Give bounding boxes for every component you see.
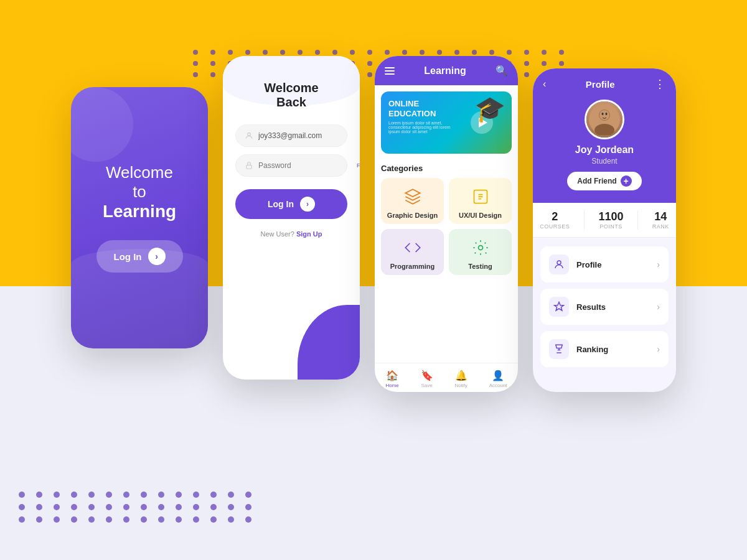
courses-count: 2 xyxy=(552,210,558,223)
category-programming[interactable]: Programming xyxy=(381,229,444,275)
bottom-navigation: 🏠 Home 🔖 Save 🔔 Notify 👤 Account xyxy=(375,363,518,392)
add-friend-button[interactable]: Add Friend + xyxy=(567,172,641,190)
welcome-login-button[interactable]: Log In › xyxy=(96,240,183,273)
password-field-wrapper[interactable]: FORGOT? xyxy=(235,154,347,177)
login-arrow-circle: › xyxy=(300,197,315,212)
profile-menu: Profile › Results › Ranking xyxy=(533,238,676,376)
ranking-menu-icon xyxy=(549,339,569,359)
login-wave-bottom xyxy=(298,305,360,380)
svg-point-10 xyxy=(557,261,561,264)
profile-menu-arrow: › xyxy=(657,259,660,269)
phone-welcome: Welcome to Learning Log In › xyxy=(71,87,208,348)
learning-header: Learning 🔍 xyxy=(375,56,518,85)
welcome-line3: Learning xyxy=(103,202,176,222)
user-icon xyxy=(245,131,253,140)
plus-icon: + xyxy=(621,175,632,187)
menu-item-ranking[interactable]: Ranking › xyxy=(540,331,669,367)
learning-banner: ONLINE EDUCATION Lorem ipsum dolor sit a… xyxy=(381,91,512,154)
nav-notify[interactable]: 🔔 Notify xyxy=(454,370,467,388)
home-label: Home xyxy=(385,383,398,388)
testing-icon xyxy=(469,236,492,259)
new-user-text: New User? Sign Up xyxy=(260,230,322,238)
login-submit-button[interactable]: Log In › xyxy=(235,189,347,219)
testing-label: Testing xyxy=(468,263,492,270)
banner-online: ONLINE xyxy=(388,99,451,109)
svg-point-0 xyxy=(248,133,251,136)
svg-rect-1 xyxy=(247,165,251,169)
login-button-label: Log In xyxy=(268,199,294,209)
category-uxui-design[interactable]: UX/UI Design xyxy=(449,178,512,224)
phone-profile: ‹ Profile ⋮ Joy Jordean xyxy=(533,68,676,392)
learning-title: Learning xyxy=(424,65,466,77)
notify-icon: 🔔 xyxy=(455,370,467,381)
rank-label: RANK xyxy=(652,223,669,230)
stat-rank: 14 RANK xyxy=(652,210,669,230)
save-icon: 🔖 xyxy=(421,370,433,381)
back-button[interactable]: ‹ xyxy=(543,78,546,90)
courses-label: COURSES xyxy=(540,223,570,230)
home-icon: 🏠 xyxy=(386,370,398,381)
categories-title: Categories xyxy=(381,164,512,173)
nav-home[interactable]: 🏠 Home xyxy=(385,370,398,388)
welcome-back-title: Welcome Back xyxy=(264,81,318,110)
search-icon[interactable]: 🔍 xyxy=(496,65,508,77)
results-menu-icon xyxy=(549,297,569,317)
banner-education: EDUCATION xyxy=(388,109,451,118)
svg-point-8 xyxy=(602,113,604,115)
menu-item-results[interactable]: Results › xyxy=(540,289,669,325)
notify-label: Notify xyxy=(454,383,467,388)
more-options-button[interactable]: ⋮ xyxy=(654,77,666,91)
add-friend-label: Add Friend xyxy=(577,177,616,185)
nav-save[interactable]: 🔖 Save xyxy=(421,370,433,388)
forgot-link[interactable]: FORGOT? xyxy=(357,162,360,169)
welcome-text-block: Welcome to Learning xyxy=(103,163,176,222)
categories-grid: Graphic Design UX/UI Design xyxy=(381,178,512,275)
menu-item-profile[interactable]: Profile › xyxy=(540,246,669,282)
lock-icon xyxy=(245,161,253,170)
profile-menu-label: Profile xyxy=(576,260,649,269)
profile-user-role: Student xyxy=(591,157,617,166)
uxui-design-label: UX/UI Design xyxy=(459,212,502,219)
account-icon: 👤 xyxy=(492,370,504,381)
avatar xyxy=(585,100,624,139)
wave-decoration-tl xyxy=(71,87,133,162)
results-menu-label: Results xyxy=(576,302,649,312)
hamburger-menu-icon[interactable] xyxy=(385,67,395,75)
phone-login: Welcome Back FORGOT? Log In › New User? … xyxy=(223,56,360,380)
rank-count: 14 xyxy=(654,210,667,223)
graphic-design-icon xyxy=(402,185,424,208)
ranking-menu-label: Ranking xyxy=(576,345,649,354)
save-label: Save xyxy=(421,383,432,388)
stat-divider-1 xyxy=(584,210,585,230)
uxui-design-icon xyxy=(469,185,492,208)
programming-label: Programming xyxy=(390,263,435,270)
points-label: POINTS xyxy=(599,223,622,230)
welcome-login-label: Log In xyxy=(114,251,142,262)
svg-point-9 xyxy=(606,113,608,115)
password-input[interactable] xyxy=(258,161,352,170)
categories-section: Categories Graphic Design xyxy=(375,160,518,363)
profile-title: Profile xyxy=(586,79,615,90)
category-testing[interactable]: Testing xyxy=(449,229,512,275)
login-arrow-icon: › xyxy=(148,248,166,265)
email-field-wrapper[interactable] xyxy=(235,124,347,147)
category-graphic-design[interactable]: Graphic Design xyxy=(381,178,444,224)
profile-avatar-section: Joy Jordean Student Add Friend + xyxy=(533,100,676,203)
welcome-line2: to xyxy=(103,182,176,202)
ranking-menu-arrow: › xyxy=(657,344,660,354)
svg-point-3 xyxy=(478,246,482,250)
account-label: Account xyxy=(489,383,507,388)
stat-points: 1100 POINTS xyxy=(598,210,623,230)
banner-desc: Lorem ipsum dolor sit amet, consectetur … xyxy=(388,121,451,134)
phone-learning: Learning 🔍 ONLINE EDUCATION Lorem ipsum … xyxy=(375,56,518,392)
welcome-line1: Welcome xyxy=(103,163,176,182)
signup-link[interactable]: Sign Up xyxy=(296,230,322,238)
profile-stats: 2 COURSES 1100 POINTS 14 RANK xyxy=(533,203,676,238)
points-count: 1100 xyxy=(598,210,623,223)
graphic-design-label: Graphic Design xyxy=(387,212,438,219)
email-input[interactable] xyxy=(258,131,352,140)
profile-header: ‹ Profile ⋮ xyxy=(533,68,676,100)
stat-divider-2 xyxy=(637,210,638,230)
nav-account[interactable]: 👤 Account xyxy=(489,370,507,388)
profile-user-name: Joy Jordean xyxy=(575,144,634,156)
